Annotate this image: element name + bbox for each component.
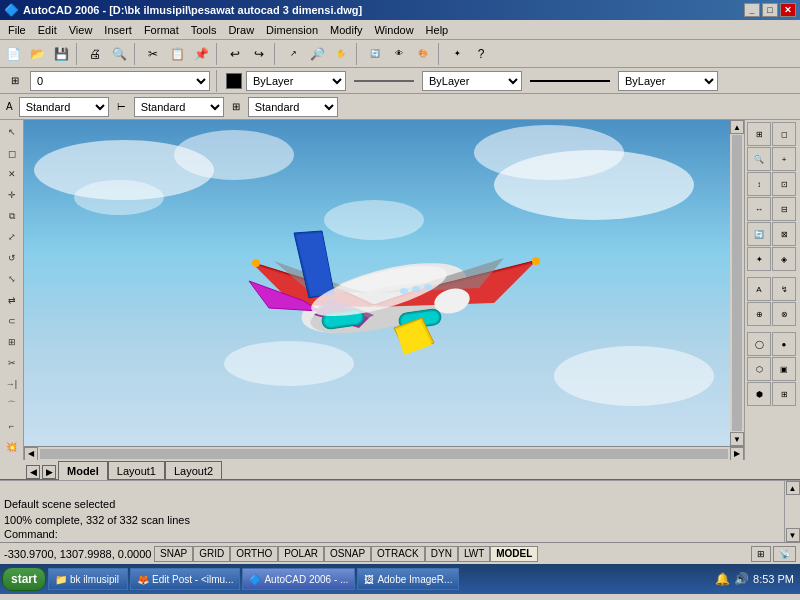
grid-button[interactable]: GRID bbox=[193, 546, 230, 562]
lt-copy-button[interactable]: ⧉ bbox=[2, 206, 22, 226]
taskbar-item-autocad[interactable]: 🔷 AutoCAD 2006 - ... bbox=[242, 568, 355, 590]
rt-btn-10[interactable]: ⊠ bbox=[772, 222, 796, 246]
menu-file[interactable]: File bbox=[2, 22, 32, 38]
color-select[interactable]: ByLayer bbox=[246, 71, 346, 91]
rt-btn-18[interactable]: ● bbox=[772, 332, 796, 356]
maximize-button[interactable]: □ bbox=[762, 3, 778, 17]
menu-format[interactable]: Format bbox=[138, 22, 185, 38]
hscroll-left-button[interactable]: ◀ bbox=[24, 447, 38, 461]
rt-btn-12[interactable]: ◈ bbox=[772, 247, 796, 271]
rt-btn-15[interactable]: ⊕ bbox=[747, 302, 771, 326]
rt-btn-5[interactable]: ↕ bbox=[747, 172, 771, 196]
linetype-select[interactable]: ByLayer bbox=[618, 71, 718, 91]
minimize-button[interactable]: _ bbox=[744, 3, 760, 17]
rt-btn-7[interactable]: ↔ bbox=[747, 197, 771, 221]
snap-button[interactable]: SNAP bbox=[154, 546, 193, 562]
menu-dimension[interactable]: Dimension bbox=[260, 22, 324, 38]
polar-button[interactable]: POLAR bbox=[278, 546, 324, 562]
taskbar-item-photoshop[interactable]: 🖼 Adobe ImageR... bbox=[357, 568, 459, 590]
lt-extend-button[interactable]: →| bbox=[2, 374, 22, 394]
rt-btn-6[interactable]: ⊡ bbox=[772, 172, 796, 196]
close-button[interactable]: ✕ bbox=[780, 3, 796, 17]
vscroll-down-button[interactable]: ▼ bbox=[730, 432, 744, 446]
lt-fillet-button[interactable]: ⌒ bbox=[2, 395, 22, 415]
taskbar-item-bkilmusipil[interactable]: 📁 bk ilmusipil bbox=[48, 568, 128, 590]
layer-select[interactable]: 0 bbox=[30, 71, 210, 91]
tab-layout1[interactable]: Layout1 bbox=[108, 461, 165, 479]
lt-array-button[interactable]: ⊞ bbox=[2, 332, 22, 352]
taskbar-item-firefox[interactable]: 🦊 Edit Post - <ilmu... bbox=[130, 568, 240, 590]
lt-stretch-button[interactable]: ⤢ bbox=[2, 227, 22, 247]
rt-btn-2[interactable]: ◻ bbox=[772, 122, 796, 146]
lt-pick-button[interactable]: ↖ bbox=[2, 122, 22, 142]
rt-btn-22[interactable]: ⊞ bbox=[772, 382, 796, 406]
lt-rotate-button[interactable]: ↺ bbox=[2, 248, 22, 268]
menu-window[interactable]: Window bbox=[368, 22, 419, 38]
lt-mirror-button[interactable]: ⇄ bbox=[2, 290, 22, 310]
cmd-scroll-up[interactable]: ▲ bbox=[786, 481, 800, 495]
menu-tools[interactable]: Tools bbox=[185, 22, 223, 38]
save-button[interactable]: 💾 bbox=[50, 43, 72, 65]
paste-button[interactable]: 📌 bbox=[190, 43, 212, 65]
layer-button[interactable]: ⊞ bbox=[4, 70, 26, 92]
rt-btn-8[interactable]: ⊟ bbox=[772, 197, 796, 221]
open-button[interactable]: 📂 bbox=[26, 43, 48, 65]
view-button[interactable]: 👁 bbox=[388, 43, 410, 65]
dimstyle-select[interactable]: Standard bbox=[134, 97, 224, 117]
lt-move-button[interactable]: ✛ bbox=[2, 185, 22, 205]
tab-nav-left[interactable]: ◀ bbox=[26, 465, 40, 479]
render-button[interactable]: ✦ bbox=[446, 43, 468, 65]
print-button[interactable]: 🖨 bbox=[84, 43, 106, 65]
lt-trim-button[interactable]: ✂ bbox=[2, 353, 22, 373]
help-btn[interactable]: ? bbox=[470, 43, 492, 65]
lt-offset-button[interactable]: ⊂ bbox=[2, 311, 22, 331]
lineweight-select[interactable]: ByLayer bbox=[422, 71, 522, 91]
paper-space-button[interactable]: ⊞ bbox=[751, 546, 771, 562]
lt-select-button[interactable]: ◻ bbox=[2, 143, 22, 163]
ortho-button[interactable]: ORTHO bbox=[230, 546, 278, 562]
menu-edit[interactable]: Edit bbox=[32, 22, 63, 38]
rt-btn-13[interactable]: A bbox=[747, 277, 771, 301]
viewport-vscroll[interactable]: ▲ ▼ bbox=[730, 120, 744, 446]
vscroll-up-button[interactable]: ▲ bbox=[730, 120, 744, 134]
command-vscroll[interactable]: ▲ ▼ bbox=[784, 481, 800, 542]
matchprop-button[interactable]: ↗ bbox=[282, 43, 304, 65]
rt-btn-16[interactable]: ⊗ bbox=[772, 302, 796, 326]
cmd-scroll-down[interactable]: ▼ bbox=[786, 528, 800, 542]
menu-view[interactable]: View bbox=[63, 22, 99, 38]
menu-insert[interactable]: Insert bbox=[98, 22, 138, 38]
tablestyle-select[interactable]: Standard bbox=[248, 97, 338, 117]
rt-btn-14[interactable]: ↯ bbox=[772, 277, 796, 301]
lt-scale-button[interactable]: ⤡ bbox=[2, 269, 22, 289]
otrack-button[interactable]: OTRACK bbox=[371, 546, 425, 562]
lt-explode-button[interactable]: 💥 bbox=[2, 437, 22, 457]
3dorbit-button[interactable]: 🔄 bbox=[364, 43, 386, 65]
rt-btn-11[interactable]: ✦ bbox=[747, 247, 771, 271]
rt-btn-19[interactable]: ⬡ bbox=[747, 357, 771, 381]
rt-btn-4[interactable]: + bbox=[772, 147, 796, 171]
shade-button[interactable]: 🎨 bbox=[412, 43, 434, 65]
hscroll-track[interactable] bbox=[40, 449, 728, 459]
cut-button[interactable]: ✂ bbox=[142, 43, 164, 65]
tab-model[interactable]: Model bbox=[58, 461, 108, 480]
lwt-button[interactable]: LWT bbox=[458, 546, 490, 562]
lt-chamfer-button[interactable]: ⌐ bbox=[2, 416, 22, 436]
viewport[interactable]: ▲ ▼ bbox=[24, 120, 744, 446]
menu-help[interactable]: Help bbox=[420, 22, 455, 38]
command-input[interactable] bbox=[58, 528, 796, 540]
model-button[interactable]: MODEL bbox=[490, 546, 538, 562]
redo-button[interactable]: ↪ bbox=[248, 43, 270, 65]
textstyle-select[interactable]: Standard bbox=[19, 97, 109, 117]
dyn-button[interactable]: DYN bbox=[425, 546, 458, 562]
pan-button[interactable]: ✋ bbox=[330, 43, 352, 65]
comm-center-button[interactable]: 📡 bbox=[773, 546, 796, 562]
lt-erase-button[interactable]: ✕ bbox=[2, 164, 22, 184]
color-button[interactable] bbox=[226, 73, 242, 89]
menu-draw[interactable]: Draw bbox=[222, 22, 260, 38]
osnap-button[interactable]: OSNAP bbox=[324, 546, 371, 562]
rt-btn-21[interactable]: ⬢ bbox=[747, 382, 771, 406]
tab-nav-right[interactable]: ▶ bbox=[42, 465, 56, 479]
undo-button[interactable]: ↩ bbox=[224, 43, 246, 65]
tab-layout2[interactable]: Layout2 bbox=[165, 461, 222, 479]
menu-modify[interactable]: Modify bbox=[324, 22, 368, 38]
